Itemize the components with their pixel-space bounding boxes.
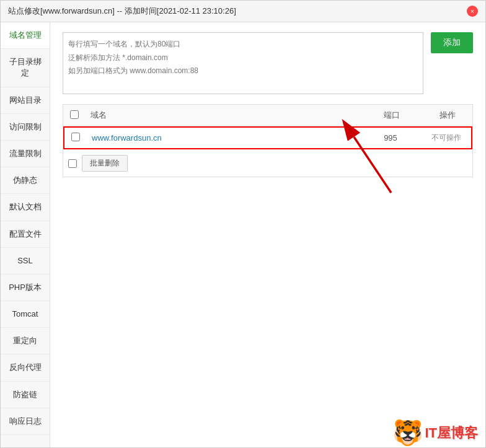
sidebar-item-default-doc[interactable]: 默认文档 <box>1 194 50 221</box>
watermark-text: IT屋博客 <box>425 424 485 447</box>
table-header: 域名 端口 操作 <box>63 105 472 126</box>
modal-title: 站点修改[www.forwardsun.cn] -- 添加时间[2021-02-… <box>8 6 236 17</box>
domain-cell: www.forwardsun.cn <box>87 133 360 143</box>
sidebar: 域名管理 子目录绑定 网站目录 访问限制 流量限制 伪静态 默认文档 配置文件 <box>1 22 50 447</box>
close-button[interactable]: × <box>467 6 478 17</box>
sidebar-item-webdir[interactable]: 网站目录 <box>1 87 50 114</box>
domain-link[interactable]: www.forwardsun.cn <box>92 133 162 143</box>
sidebar-item-tomcat[interactable]: Tomcat <box>1 301 50 328</box>
sidebar-item-config[interactable]: 配置文件 <box>1 221 50 248</box>
sidebar-item-subdir[interactable]: 子目录绑定 <box>1 49 50 87</box>
domain-table: 域名 端口 操作 www.forwardsun.cn 995 不可操作 <box>63 104 473 177</box>
sidebar-item-hotlink[interactable]: 防盗链 <box>1 382 50 408</box>
mascot-icon: 🐯 <box>392 418 423 447</box>
sidebar-item-reverse-proxy[interactable]: 反向代理 <box>1 354 50 381</box>
sidebar-item-redirect[interactable]: 重定向 <box>1 328 50 354</box>
column-header-port: 端口 <box>361 110 423 121</box>
table-footer: 批量删除 <box>63 149 472 177</box>
modal-window: 站点修改[www.forwardsun.cn] -- 添加时间[2021-02-… <box>0 0 486 448</box>
sidebar-item-log[interactable]: 响应日志 <box>1 408 50 435</box>
sidebar-item-access[interactable]: 访问限制 <box>1 114 50 141</box>
title-bar: 站点修改[www.forwardsun.cn] -- 添加时间[2021-02-… <box>1 1 485 22</box>
add-domain-button[interactable]: 添加 <box>431 32 473 53</box>
modal-body: 域名管理 子目录绑定 网站目录 访问限制 流量限制 伪静态 默认文档 配置文件 <box>1 22 485 447</box>
port-cell: 995 <box>360 133 422 143</box>
domain-textarea[interactable] <box>63 32 423 94</box>
row-checkbox[interactable] <box>71 133 80 141</box>
action-cell: 不可操作 <box>422 133 471 143</box>
column-header-domain: 域名 <box>86 110 361 121</box>
sidebar-item-traffic[interactable]: 流量限制 <box>1 141 50 167</box>
table-row: www.forwardsun.cn 995 不可操作 <box>63 126 472 149</box>
domain-input-section: 添加 <box>63 32 473 94</box>
sidebar-item-php[interactable]: PHP版本 <box>1 275 50 301</box>
footer-checkbox[interactable] <box>68 159 77 168</box>
sidebar-item-domain[interactable]: 域名管理 <box>1 22 50 49</box>
watermark: 🐯 IT屋博客 <box>361 398 485 447</box>
sidebar-item-rewrite[interactable]: 伪静态 <box>1 167 50 194</box>
select-all-checkbox[interactable] <box>70 110 79 119</box>
batch-delete-button[interactable]: 批量删除 <box>82 155 128 172</box>
column-header-action: 操作 <box>423 110 472 121</box>
sidebar-item-ssl[interactable]: SSL <box>1 248 50 275</box>
main-content: 添加 域名 端口 操作 <box>50 22 485 447</box>
